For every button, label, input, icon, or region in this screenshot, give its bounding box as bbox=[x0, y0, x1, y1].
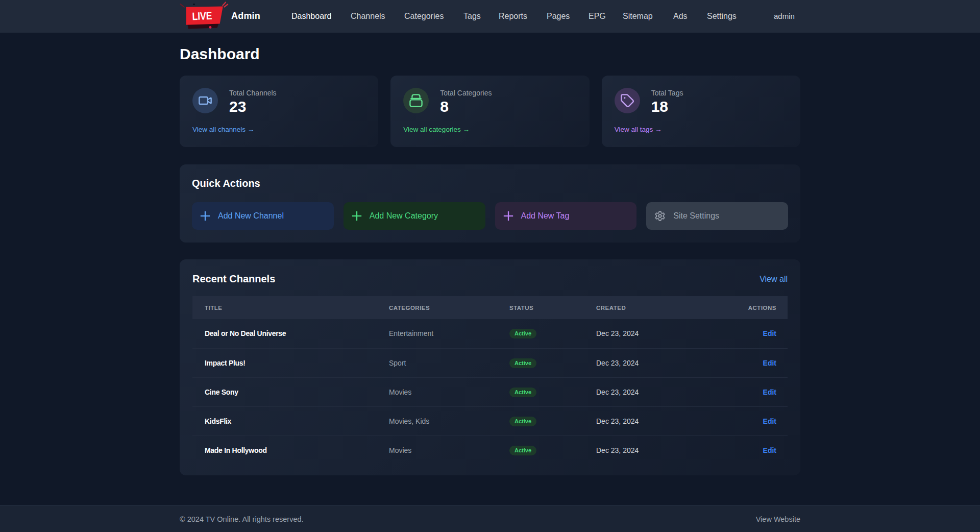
svg-text:LIVE: LIVE bbox=[192, 9, 212, 22]
